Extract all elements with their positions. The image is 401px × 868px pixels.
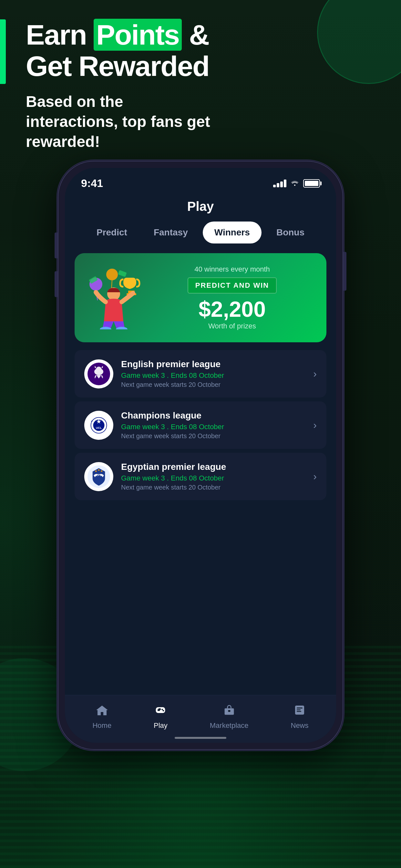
predict-win-badge: PREDICT AND WIN: [188, 277, 277, 293]
egy-info: Egyptian premier league Game week 3 . En…: [121, 462, 305, 491]
hero-amount: $2,200: [151, 298, 313, 320]
nav-news[interactable]: News: [291, 704, 309, 730]
nav-home[interactable]: Home: [92, 704, 112, 730]
power-button: [343, 252, 346, 290]
notch: [165, 168, 236, 184]
svg-text:UCL: UCL: [96, 426, 102, 429]
epl-gameweek: Game week 3 . Ends 08 October: [121, 371, 305, 380]
svg-rect-28: [158, 709, 161, 710]
nav-play[interactable]: Play: [154, 704, 167, 730]
svg-rect-32: [228, 710, 230, 712]
egy-logo: EPL: [84, 462, 113, 491]
epl-info: English premier league Game week 3 . End…: [121, 359, 305, 389]
wifi-icon: [290, 178, 299, 188]
decorative-green-bar: [0, 20, 6, 84]
tab-winners[interactable]: Winners: [203, 221, 261, 244]
ucl-name: Champions league: [121, 410, 305, 421]
volume-up-button: [55, 232, 58, 258]
hero-prizes-label: Worth of prizes: [151, 322, 313, 330]
hero-content: 40 winners every month PREDICT AND WIN $…: [151, 265, 313, 330]
epl-name: English premier league: [121, 359, 305, 369]
svg-rect-36: [297, 711, 301, 712]
ucl-next: Next game week starts 20 October: [121, 432, 305, 440]
volume-down-button: [55, 271, 58, 297]
phone-mockup: 9:41: [58, 161, 343, 749]
bottom-nav: Home Pla: [65, 695, 336, 743]
phone-outer-shell: 9:41: [58, 161, 343, 749]
battery-icon: [303, 179, 320, 188]
ucl-arrow-icon: ›: [313, 419, 317, 431]
egy-name: Egyptian premier league: [121, 462, 305, 472]
header-section: Earn Points & Get Rewarded Based on the …: [26, 20, 220, 152]
league-list: English premier league Game week 3 . End…: [65, 350, 336, 500]
header-subtitle: Based on the interactions, top fans get …: [26, 92, 220, 152]
screen-content: Play Predict Fantasy Winners Bonus: [65, 193, 336, 743]
home-indicator: [175, 737, 226, 739]
ucl-gameweek: Game week 3 . Ends 08 October: [121, 423, 305, 431]
nav-marketplace[interactable]: Marketplace: [210, 704, 249, 730]
page-title: Play: [65, 193, 336, 221]
svg-rect-35: [297, 709, 301, 710]
status-time: 9:41: [81, 177, 103, 190]
home-icon: [96, 704, 109, 719]
tab-fantasy[interactable]: Fantasy: [142, 221, 199, 244]
tab-predict[interactable]: Predict: [85, 221, 139, 244]
tab-bar: Predict Fantasy Winners Bonus: [65, 221, 336, 253]
play-icon: [154, 704, 167, 719]
nav-news-label: News: [291, 721, 309, 730]
nav-marketplace-label: Marketplace: [210, 721, 249, 730]
tab-bonus[interactable]: Bonus: [265, 221, 316, 244]
nav-play-label: Play: [154, 721, 167, 730]
hero-card: 40 winners every month PREDICT AND WIN $…: [74, 253, 327, 342]
signal-icon: [273, 180, 286, 187]
league-item-epl[interactable]: English premier league Game week 3 . End…: [74, 350, 327, 398]
league-item-ucl[interactable]: UCL Champions league Game week 3 . Ends …: [74, 401, 327, 449]
svg-point-14: [96, 367, 102, 372]
svg-rect-5: [118, 270, 127, 277]
egy-next: Next game week starts 20 October: [121, 484, 305, 491]
news-icon: [294, 704, 305, 719]
epl-arrow-icon: ›: [313, 368, 317, 380]
league-item-egy[interactable]: EPL: [74, 453, 327, 500]
marketplace-icon: [223, 704, 236, 719]
hero-winners-count: 40 winners every month: [151, 265, 313, 274]
epl-logo: [84, 360, 113, 389]
celebration-figure: [86, 265, 151, 331]
ucl-info: Champions league Game week 3 . Ends 08 O…: [121, 410, 305, 440]
svg-rect-34: [297, 708, 303, 709]
main-title: Earn Points & Get Rewarded: [26, 20, 220, 82]
svg-point-29: [162, 709, 163, 710]
phone-screen: 9:41: [65, 168, 336, 743]
svg-point-30: [163, 710, 164, 712]
egy-gameweek: Game week 3 . Ends 08 October: [121, 474, 305, 483]
highlight-points: Points: [94, 19, 182, 51]
ucl-logo: UCL: [84, 411, 113, 440]
svg-point-2: [106, 269, 118, 280]
nav-home-label: Home: [92, 721, 112, 730]
egy-arrow-icon: ›: [313, 470, 317, 483]
epl-next: Next game week starts 20 October: [121, 381, 305, 389]
status-icons: [273, 178, 320, 188]
